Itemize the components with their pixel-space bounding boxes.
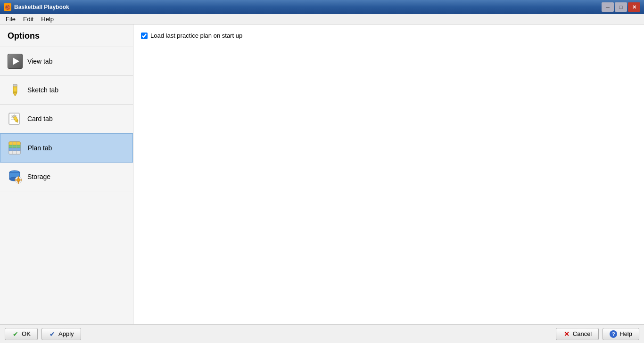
apply-label: Apply [58,330,74,337]
ok-label: OK [22,330,31,337]
cancel-label: Cancel [573,330,592,337]
pencil-icon [8,83,22,97]
cancel-icon: ✕ [563,330,570,338]
main-window: Options View tab [0,24,644,343]
sidebar-item-storage[interactable]: Storage [0,163,133,191]
card-tab-icon [8,111,23,126]
plan-icon [8,141,23,155]
sketch-tab-label: Sketch tab [27,86,58,94]
database-icon [8,170,22,184]
apply-icon: ✔ [49,330,56,338]
load-plan-checkbox[interactable] [141,33,148,39]
storage-icon [8,169,23,184]
help-button[interactable]: ? Help [603,328,639,340]
svg-rect-27 [15,180,17,180]
bottom-bar: ✔ OK ✔ Apply ✕ Cancel ? Help [0,324,644,343]
play-icon [8,54,23,69]
ok-button[interactable]: ✔ OK [5,328,38,340]
menu-bar: File Edit Help [0,14,644,24]
app-title: Basketball Playbook [14,4,69,10]
help-label: Help [619,330,632,337]
sidebar: Options View tab [0,24,133,324]
sketch-tab-icon [8,82,23,98]
title-bar: 🏀 Basketball Playbook ─ □ ✕ [0,0,644,14]
window-controls: ─ □ ✕ [602,2,640,12]
load-plan-row: Load last practice plan on start up [141,32,636,39]
cancel-button[interactable]: ✕ Cancel [556,328,599,340]
maximize-button[interactable]: □ [615,2,627,12]
svg-rect-26 [18,182,19,184]
sidebar-item-card-tab[interactable]: Card tab [0,105,133,133]
help-icon: ? [610,330,617,338]
content-area: Options View tab [0,24,644,324]
svg-rect-15 [9,148,20,151]
title-bar-left: 🏀 Basketball Playbook [4,3,69,11]
sidebar-title: Options [0,24,133,47]
main-panel: Load last practice plan on start up [133,24,644,324]
bottom-right-buttons: ✕ Cancel ? Help [556,328,639,340]
svg-rect-16 [9,151,20,154]
sidebar-item-plan-tab[interactable]: Plan tab [0,133,133,163]
sidebar-items: View tab Sketch tab [0,47,133,191]
card-icon [8,112,22,125]
close-button[interactable]: ✕ [628,2,640,12]
app-icon: 🏀 [4,3,11,11]
plan-tab-label: Plan tab [28,144,52,152]
svg-rect-14 [9,145,20,148]
play-triangle [13,57,19,65]
storage-label: Storage [27,173,50,180]
menu-file[interactable]: File [2,15,19,24]
bottom-left-buttons: ✔ OK ✔ Apply [5,328,81,340]
svg-rect-25 [18,177,19,178]
plan-tab-icon [8,140,23,155]
svg-rect-13 [9,142,20,145]
minimize-button[interactable]: ─ [602,2,614,12]
menu-edit[interactable]: Edit [19,15,37,24]
ok-icon: ✔ [12,330,19,338]
apply-button[interactable]: ✔ Apply [41,328,81,340]
sidebar-item-sketch-tab[interactable]: Sketch tab [0,76,133,105]
svg-point-24 [17,179,20,182]
load-plan-label: Load last practice plan on start up [150,32,242,39]
sidebar-item-view-tab[interactable]: View tab [0,47,133,76]
help-icon-circle: ? [610,330,617,338]
svg-marker-1 [13,93,17,96]
menu-help[interactable]: Help [37,15,58,24]
svg-rect-2 [13,84,17,86]
view-tab-icon [8,54,23,69]
svg-rect-28 [21,180,22,180]
card-tab-label: Card tab [27,115,53,122]
view-tab-label: View tab [27,57,52,65]
